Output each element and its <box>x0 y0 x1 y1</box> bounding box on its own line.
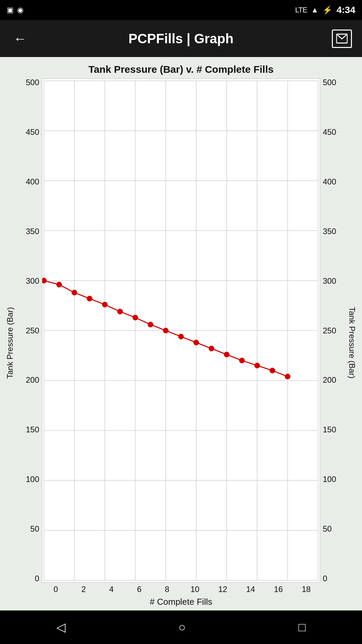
x-tick-label: 10 <box>181 585 209 594</box>
mail-button[interactable] <box>332 30 352 48</box>
x-ticks: 024681012141618 <box>42 583 320 594</box>
svg-point-31 <box>178 334 184 339</box>
y-tick-right-label: 150 <box>320 426 345 434</box>
svg-point-30 <box>163 328 169 333</box>
svg-point-38 <box>285 374 290 379</box>
y-axis-label-right: Tank Pressure (Bar) <box>345 78 359 607</box>
svg-point-25 <box>87 296 92 301</box>
svg-point-36 <box>254 363 260 368</box>
y-tick-right-label: 300 <box>320 277 345 285</box>
svg-point-33 <box>209 346 214 351</box>
x-ticks-spacer-left <box>17 583 42 594</box>
svg-point-27 <box>117 309 123 314</box>
mail-icon <box>336 34 348 44</box>
x-tick-label: 14 <box>237 585 264 594</box>
nav-home-button[interactable]: ○ <box>165 615 199 640</box>
x-label-area: # Complete Fills <box>17 594 345 607</box>
y-tick-right-label: 400 <box>320 178 345 186</box>
back-button[interactable]: ← <box>10 28 30 50</box>
battery-icon: ⚡ <box>322 5 333 15</box>
y-tick-label: 500 <box>17 78 42 87</box>
chart-container: Tank Pressure (Bar) v. # Complete Fills … <box>0 57 362 610</box>
y-tick-right-label: 100 <box>320 475 345 483</box>
y-tick-label: 350 <box>17 227 42 235</box>
y-tick-label: 450 <box>17 128 42 136</box>
status-bar: ▣ ◉ LTE ▲ ⚡ 4:34 <box>0 0 362 20</box>
lte-icon: LTE <box>295 6 307 14</box>
x-ticks-spacer-right <box>320 583 345 594</box>
y-tick-right-label: 0 <box>320 575 345 583</box>
y-tick-label: 200 <box>17 376 42 384</box>
y-tick-label: 400 <box>17 178 42 186</box>
y-tick-label: 300 <box>17 277 42 285</box>
y-tick-right-label: 50 <box>320 525 345 533</box>
status-bar-right: LTE ▲ ⚡ 4:34 <box>295 5 355 15</box>
y-tick-label: 0 <box>17 575 42 583</box>
page-title: PCPFills | Graph <box>37 31 325 46</box>
x-tick-label: 16 <box>264 585 292 594</box>
y-axis-label-left: Tank Pressure (Bar) <box>3 78 17 607</box>
toolbar: ← PCPFills | Graph <box>0 20 362 57</box>
svg-point-29 <box>148 322 153 327</box>
nav-recent-button[interactable]: □ <box>285 615 319 640</box>
x-tick-label: 2 <box>70 585 98 594</box>
y-ticks-right: 050100150200250300350400450500 <box>320 78 345 583</box>
svg-point-35 <box>239 358 245 363</box>
svg-point-32 <box>193 340 199 345</box>
x-tick-label: 0 <box>42 585 70 594</box>
nav-bar: ◁ ○ □ <box>0 610 362 644</box>
x-tick-label: 18 <box>292 585 320 594</box>
y-tick-label: 100 <box>17 475 42 483</box>
android-icon: ◉ <box>17 6 23 14</box>
x-tick-label: 4 <box>98 585 125 594</box>
sim-icon: ▣ <box>7 6 14 14</box>
status-bar-left: ▣ ◉ <box>7 6 23 14</box>
nav-back-button[interactable]: ◁ <box>43 615 79 640</box>
signal-icon: ▲ <box>311 6 318 14</box>
y-tick-right-label: 200 <box>320 376 345 384</box>
svg-point-34 <box>224 352 229 357</box>
svg-point-37 <box>270 368 275 373</box>
x-axis-label: # Complete Fills <box>150 597 212 607</box>
svg-point-24 <box>72 290 77 295</box>
chart-wrapper: Tank Pressure (Bar) 05010015020025030035… <box>3 78 359 607</box>
y-ticks-left: 050100150200250300350400450500 <box>17 78 42 583</box>
svg-point-28 <box>133 315 138 320</box>
chart-inner: 050100150200250300350400450500 050100150… <box>17 78 345 607</box>
chart-plot <box>42 78 320 583</box>
x-tick-label: 12 <box>209 585 237 594</box>
y-tick-right-label: 250 <box>320 327 345 335</box>
x-tick-label: 6 <box>125 585 153 594</box>
svg-point-23 <box>56 282 62 287</box>
svg-point-26 <box>102 302 108 307</box>
x-tick-label: 8 <box>153 585 181 594</box>
status-time: 4:34 <box>337 5 355 15</box>
chart-title: Tank Pressure (Bar) v. # Complete Fills <box>88 64 274 75</box>
y-tick-right-label: 500 <box>320 78 345 87</box>
y-tick-label: 150 <box>17 426 42 434</box>
x-axis-area: 024681012141618 <box>17 583 345 594</box>
chart-svg-area: 050100150200250300350400450500 050100150… <box>17 78 345 583</box>
svg-point-22 <box>42 278 47 283</box>
y-tick-label: 250 <box>17 327 42 335</box>
y-tick-right-label: 350 <box>320 227 345 235</box>
y-tick-right-label: 450 <box>320 128 345 136</box>
y-tick-label: 50 <box>17 525 42 533</box>
